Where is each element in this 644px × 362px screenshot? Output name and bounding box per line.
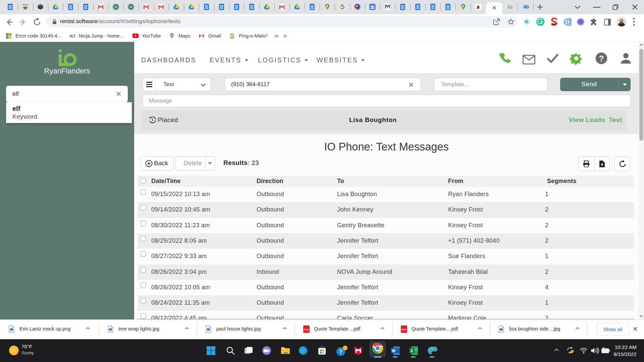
svg-text:io: io	[274, 33, 278, 39]
svg-text:PDF: PDF	[304, 328, 309, 331]
svg-text:W: W	[392, 349, 396, 353]
svg-text:?: ?	[339, 349, 342, 355]
svg-text:NJ: NJ	[69, 34, 75, 39]
svg-text:X: X	[410, 349, 413, 353]
svg-text:PDF: PDF	[401, 328, 407, 331]
svg-text:SEO: SEO	[551, 22, 557, 25]
svg-text:?: ?	[599, 54, 604, 63]
